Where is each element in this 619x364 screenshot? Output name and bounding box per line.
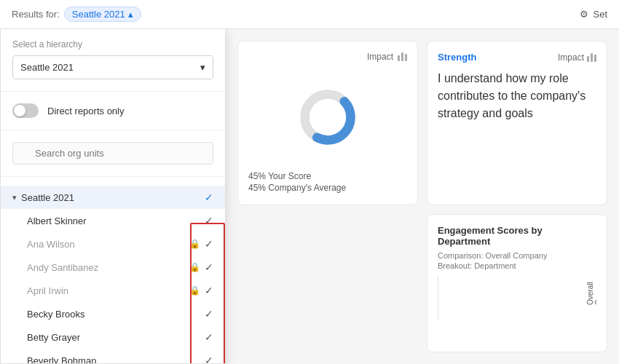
check-icon: ✓ [205,261,213,273]
chevron-up-icon: ▴ [128,9,133,20]
comparison-label: Comparison: Overall Company [438,251,596,260]
results-badge[interactable]: Seattle 2021 ▴ [64,7,141,22]
strength-card: Strength Impact I understand how my role… [427,41,607,205]
score-stats: 45% Your Score 45% Company's Average [248,167,407,194]
search-row: 🔍 [1,136,225,170]
overall-co-label: Overall Co... [586,276,596,305]
divider-3 [1,176,225,177]
donut-chart [248,68,407,167]
header: Results for: Seattle 2021 ▴ ⚙ Set [0,0,619,29]
check-icon: ✓ [205,285,213,296]
dropdown-panel: Select a hierarchy Seattle 2021 ▾ Direct… [0,29,226,364]
hierarchy-select[interactable]: Seattle 2021 ▾ [12,55,213,79]
child-label: Beverly Bohman [27,355,200,365]
engagement-chart-area: Overall Co... [438,276,596,320]
lock-icon: 🔒 [189,285,200,296]
parent-check-icon: ✓ [205,191,213,203]
hierarchy-value: Seattle 2021 [20,62,74,73]
donut-svg [295,84,360,150]
child-label: Albert Skinner [27,215,200,226]
collapse-icon: ▾ [12,193,17,202]
impact-label-1: Impact [367,52,393,62]
divider-2 [1,130,225,130]
child-label: Becky Brooks [27,309,200,320]
lock-icon: 🔒 [189,262,200,272]
content-area: Impact 45% Your Score 45% Company's Aver… [226,29,619,364]
list-item[interactable]: Betty Grayer ✓ [1,325,225,349]
check-icon: ✓ [205,308,213,320]
strength-title: Strength [438,52,476,63]
search-input[interactable] [12,142,213,165]
check-icon: ✓ [205,331,213,343]
divider-1 [1,91,225,92]
header-left: Results for: Seattle 2021 ▴ [12,7,141,22]
list-item[interactable]: Andy Santibanez 🔒 ✓ [1,256,225,279]
hierarchy-section: Select a hierarchy Seattle 2021 ▾ [1,29,225,85]
check-icon: ✓ [205,215,213,226]
strength-card-header: Strength Impact [438,52,596,63]
child-label: Andy Santibanez [27,262,185,273]
tree-list: ▾ Seattle 2021 ✓ Albert Skinner ✓ Ana Wi… [1,183,225,364]
results-label: Results for: [12,9,60,20]
list-item[interactable]: Beverly Bohman ✓ [1,349,225,364]
direct-reports-toggle-row: Direct reports only [1,98,225,124]
settings-label: Set [593,9,607,20]
engagement-title: Engagement Scores by Department [438,225,596,247]
bar-chart-icon [398,52,407,61]
list-item[interactable]: Ana Wilson 🔒 ✓ [1,232,225,256]
tree-parent-label: Seattle 2021 [21,192,200,203]
child-label: Ana Wilson [27,239,185,250]
strength-text: I understand how my role contributes to … [438,70,596,122]
tree-parent-item[interactable]: ▾ Seattle 2021 ✓ [1,186,225,209]
results-value: Seattle 2021 [72,9,125,20]
check-icon: ✓ [205,355,213,364]
list-item[interactable]: Albert Skinner ✓ [1,209,225,232]
gear-icon: ⚙ [580,9,588,20]
lock-icon: 🔒 [189,239,200,249]
breakout-label: Breakout: Department [438,261,596,270]
main-area: Select a hierarchy Seattle 2021 ▾ Direct… [0,29,619,364]
company-avg-label: 45% Company's Average [248,183,407,193]
child-label: Betty Grayer [27,332,200,343]
search-wrapper: 🔍 [12,142,213,165]
impact-group: Impact [558,52,596,63]
engagement-card: Engagement Scores by Department Comparis… [427,214,607,352]
impact-label-2: Impact [558,52,584,63]
your-score-label: 45% Your Score [248,171,407,181]
direct-reports-label: Direct reports only [47,106,124,116]
list-item[interactable]: Becky Brooks ✓ [1,302,225,325]
score-card: Impact 45% Your Score 45% Company's Aver… [237,41,418,205]
direct-reports-toggle[interactable] [12,103,39,118]
bar-chart-icon-2 [587,53,596,62]
check-icon: ✓ [205,238,213,250]
score-card-header: Impact [248,52,407,62]
chevron-down-icon: ▾ [200,62,205,73]
child-label: April Irwin [27,285,185,296]
settings-button[interactable]: ⚙ Set [580,9,607,20]
hierarchy-label: Select a hierarchy [12,39,213,50]
list-item[interactable]: April Irwin 🔒 ✓ [1,279,225,302]
